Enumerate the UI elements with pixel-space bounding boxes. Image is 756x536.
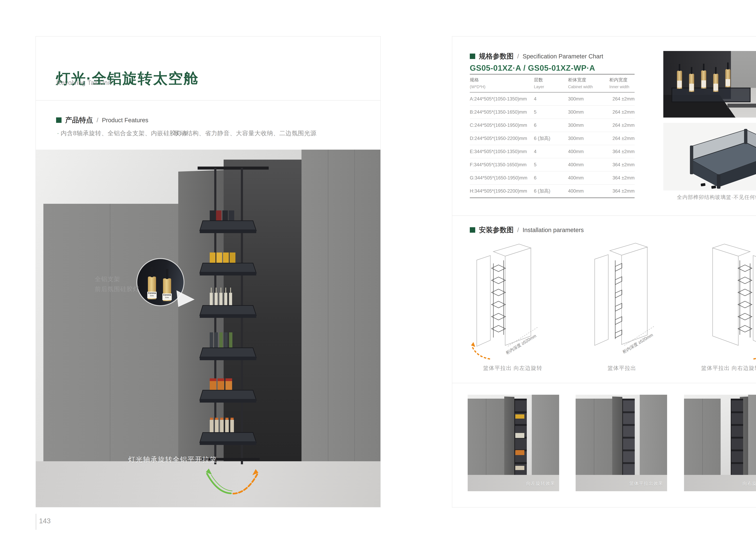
catalog-spread: 灯光·全铝旋转太空舱 Revolving Tall Unit 产品特点 / Pr…	[0, 0, 756, 536]
page-subtitle: Revolving Tall Unit	[56, 79, 111, 86]
photo-caption: 向右旋转效果	[742, 481, 756, 487]
feature-item: ·联动结构、省力静音、大容量大收纳、二边氛围光源	[170, 129, 316, 137]
section-divider	[452, 216, 756, 216]
pullout-unit-illustration	[187, 157, 272, 475]
bottle-sublabel: Extra	[147, 294, 157, 297]
bottle-label: Corona	[148, 292, 156, 294]
hero-product-photo: CoronaExtra CoronaExtra 全铝支架 前后氛围硅胶灯 灯光轴…	[36, 150, 380, 507]
rotate-right-arrow-icon	[753, 347, 756, 359]
section-divider	[452, 383, 756, 383]
spec-table: 规格(W*D*H) 层数Layer 柜体宽度Cabinet width 柜内宽度…	[470, 74, 635, 198]
glass-basket-caption: 全内部榫卯结构玻璃篮·不见任何螺丝	[663, 194, 756, 201]
spec-heading-zh: 规格参数图	[479, 51, 514, 61]
diagram-caption: 篮体平拉出 向左边旋转	[467, 364, 558, 372]
bullet-icon: ·	[170, 130, 173, 136]
installation-heading-zh: 安装参数图	[479, 225, 514, 235]
bottle-sublabel: Extra	[162, 296, 172, 299]
glass-basket-photo	[663, 123, 756, 190]
inset-annotation-line2: 前后氛围硅胶灯	[95, 284, 139, 294]
detail-inset-circle: CoronaExtra CoronaExtra	[137, 259, 183, 305]
section-marker-icon	[470, 227, 475, 233]
installation-heading: 安装参数图 / Installation parameters	[470, 225, 584, 235]
table-row: G:344*505*(1650-1950)mm6400mm364 ±2mm	[470, 171, 635, 184]
installation-diagram-left: 柜内深度 ≥520mm	[467, 242, 558, 362]
product-features-heading: 产品特点 / Product Features	[56, 116, 148, 125]
photo-caption: 向左旋转效果	[526, 481, 555, 487]
right-page: 规格参数图 / Specification Parameter Chart GS…	[452, 36, 756, 508]
rotate-left-arrow-icon	[207, 474, 231, 493]
spec-table-header: 规格(W*D*H) 层数Layer 柜体宽度Cabinet width 柜内宽度…	[470, 74, 635, 92]
effect-photo-rotate-left: 向左旋转效果	[468, 395, 559, 491]
cabinet-left-doors	[44, 204, 178, 462]
features-heading-en: Product Features	[102, 117, 148, 123]
title-divider	[36, 100, 380, 100]
bottle-photo: CoronaExtra	[148, 277, 156, 299]
model-numbers: GS05-01XZ·A / GS05-01XZ-WP·A	[470, 63, 595, 73]
spec-heading-sep: /	[517, 53, 519, 60]
inset-annotation: 全铝支架 前后氛围硅胶灯	[95, 274, 139, 294]
diagram-caption: 篮体平拉出	[577, 364, 667, 372]
table-row: C:244*505*(1650-1950)mm6300mm264 ±2mm	[470, 119, 635, 132]
section-marker-icon	[470, 53, 475, 59]
spec-chart-heading: 规格参数图 / Specification Parameter Chart	[470, 51, 603, 61]
effect-photo-rotate-right: 向右旋转效果	[684, 395, 756, 491]
section-marker-icon	[56, 117, 62, 123]
photo-caption: 篮体平拉出效果	[629, 481, 663, 487]
installation-diagram-straight: 柜内深度 ≥520mm	[577, 242, 667, 362]
col-header-inner-width: 柜内宽度Inner width	[609, 77, 629, 89]
feature-text: 联动结构、省力静音、大容量大收纳、二边氛围光源	[174, 130, 316, 136]
table-row: A:244*505*(1050-1350)mm4300mm264 ±2mm	[470, 92, 635, 106]
installation-diagram-right	[685, 242, 756, 362]
bottle-photo: CoronaExtra	[163, 278, 171, 301]
installation-heading-sep: /	[517, 227, 519, 233]
spec-heading-en: Specification Parameter Chart	[522, 53, 603, 60]
col-header-cabinet-width: 柜体宽度Cabinet width	[568, 77, 593, 89]
effect-photo-pulled-out: 篮体平拉出效果	[576, 395, 667, 491]
rotate-left-arrow-icon	[472, 347, 490, 359]
table-row: H:344*505*(1950-2200)mm6 (加高)400mm364 ±2…	[470, 184, 635, 198]
bottle-label: Corona	[163, 293, 171, 296]
features-heading-zh: 产品特点	[65, 116, 93, 125]
features-heading-sep: /	[97, 117, 98, 123]
left-page: 灯光·全铝旋转太空舱 Revolving Tall Unit 产品特点 / Pr…	[36, 36, 381, 507]
table-row: B:244*505*(1350-1650)mm5300mm264 ±2mm	[470, 106, 635, 119]
diagram-caption: 篮体平拉出 向右边旋转	[685, 364, 756, 372]
table-row: D:244*505*(1950-2200)mm6 (加高)300mm264 ±2…	[470, 132, 635, 145]
wine-basket-photo	[663, 51, 756, 117]
footer-tick	[36, 514, 36, 530]
rotate-right-arrow-icon	[233, 474, 257, 494]
feature-item: ·内含8轴承旋转、全铝合金支架、内嵌硅胶灯条	[57, 129, 188, 137]
rotation-arrows	[193, 461, 266, 496]
col-header-layer: 层数Layer	[534, 77, 544, 89]
col-header-spec: 规格(W*D*H)	[470, 77, 485, 89]
inset-annotation-line1: 全铝支架	[95, 274, 139, 284]
installation-heading-en: Installation parameters	[522, 227, 584, 233]
page-number-left: 143	[39, 517, 51, 525]
bullet-icon: ·	[57, 130, 59, 136]
table-row: F:344*505*(1350-1650)mm5400mm364 ±2mm	[470, 158, 635, 171]
table-row: E:344*505*(1050-1350)mm4400mm364 ±2mm	[470, 145, 635, 158]
feature-text: 内含8轴承旋转、全铝合金支架、内嵌硅胶灯条	[61, 130, 188, 136]
cabinet-right-doors	[301, 150, 380, 469]
